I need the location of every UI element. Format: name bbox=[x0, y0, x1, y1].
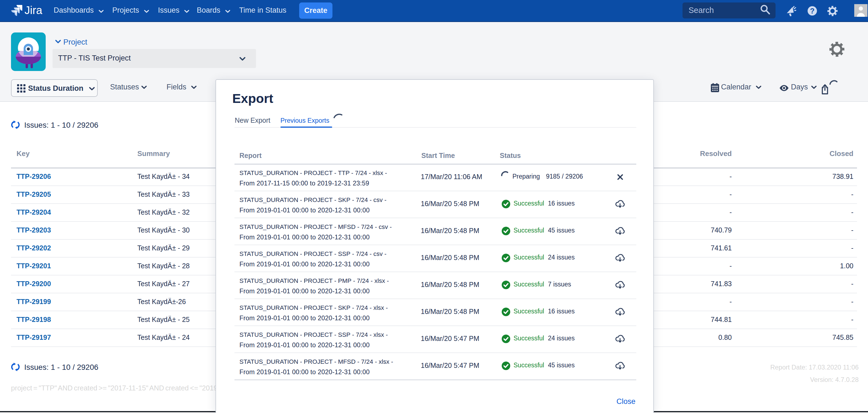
svg-text:?: ? bbox=[810, 7, 815, 15]
